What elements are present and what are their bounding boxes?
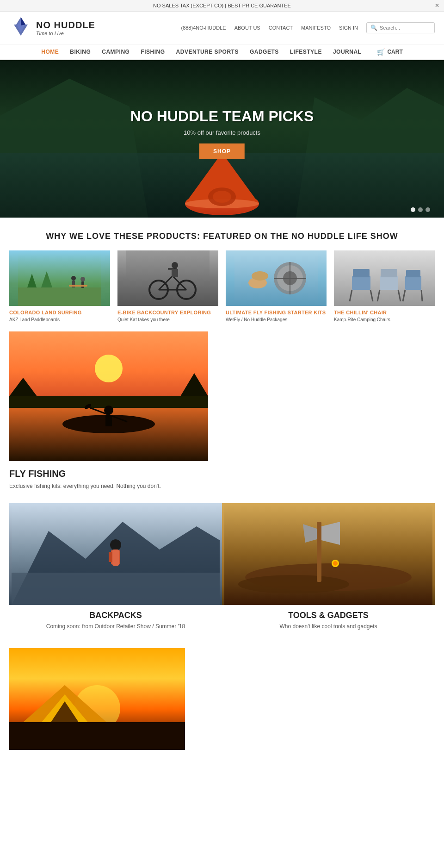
svg-point-29 bbox=[172, 262, 178, 269]
svg-point-18 bbox=[80, 277, 85, 281]
list-item[interactable]: THE CHILLIN' CHAIR Kamp-Rite Camping Cha… bbox=[334, 250, 435, 322]
featured-section: WHY WE LOVE THESE PRODUCTS: FEATURED ON … bbox=[0, 218, 444, 331]
nav-camping[interactable]: CAMPING bbox=[102, 49, 130, 55]
svg-rect-21 bbox=[126, 250, 210, 306]
svg-rect-49 bbox=[406, 270, 420, 277]
list-item[interactable]: COLORADO LAND SURFING AKZ Land Paddleboa… bbox=[9, 250, 110, 322]
list-item[interactable]: E-BIKE BACKCOUNTRY EXPLORING Quiet Kat t… bbox=[117, 250, 218, 322]
cart-button[interactable]: 🛒 CART bbox=[377, 48, 402, 56]
featured-image-ebike bbox=[117, 250, 218, 306]
contact-link[interactable]: CONTACT bbox=[269, 25, 293, 31]
svg-point-66 bbox=[110, 539, 121, 550]
item-title-ebike: E-BIKE BACKCOUNTRY EXPLORING bbox=[117, 310, 218, 315]
tent-image bbox=[9, 648, 185, 750]
tent-section[interactable] bbox=[0, 648, 444, 764]
featured-image-land-surfing bbox=[9, 250, 110, 306]
svg-rect-60 bbox=[105, 415, 112, 426]
tools-description: Who doesn't like cool tools and gadgets bbox=[222, 623, 435, 630]
tools-image bbox=[222, 503, 435, 605]
item-title-fly-fishing: ULTIMATE FLY FISHING STARTER KITS bbox=[226, 310, 327, 315]
backpacks-heading: BACKPACKS bbox=[9, 611, 222, 620]
nav-lifestyle[interactable]: LIFESTYLE bbox=[290, 49, 322, 55]
logo-icon bbox=[9, 16, 32, 39]
svg-rect-13 bbox=[18, 287, 101, 306]
dot-2[interactable] bbox=[418, 207, 423, 212]
logo-tagline: Time to Live bbox=[36, 31, 95, 36]
svg-rect-74 bbox=[317, 522, 321, 582]
hero-title: NO HUDDLE TEAM PICKS bbox=[130, 108, 314, 125]
fly-fishing-image[interactable] bbox=[9, 331, 208, 461]
about-link[interactable]: ABOUT US bbox=[234, 25, 260, 31]
svg-rect-20 bbox=[69, 285, 87, 287]
cart-label: CART bbox=[387, 49, 402, 55]
svg-rect-81 bbox=[9, 722, 185, 750]
item-subtitle-fly-fishing: WetFly / No Huddle Packages bbox=[226, 317, 327, 322]
svg-rect-30 bbox=[172, 269, 178, 277]
featured-heading: WHY WE LOVE THESE PRODUCTS: FEATURED ON … bbox=[9, 231, 435, 241]
fly-fishing-description: Exclusive fishing kits: everything you n… bbox=[9, 483, 161, 489]
dot-3[interactable] bbox=[426, 207, 430, 212]
hero-subtitle: 10% off our favorite products bbox=[130, 129, 314, 136]
two-col-section: BACKPACKS Coming soon: from Outdoor Reta… bbox=[0, 503, 444, 648]
utility-links: (888)4NO-HUDDLE ABOUT US CONTACT MANIFES… bbox=[181, 22, 435, 33]
announcement-bar: NO SALES TAX (EXCEPT CO) | BEST PRICE GU… bbox=[0, 0, 444, 12]
svg-point-78 bbox=[333, 561, 338, 566]
featured-image-fly-fishing bbox=[226, 250, 327, 306]
nav-adventure-sports[interactable]: ADVENTURE SPORTS bbox=[176, 49, 239, 55]
svg-point-38 bbox=[252, 271, 268, 281]
brand-name: NO HUDDLE bbox=[36, 20, 95, 31]
svg-point-16 bbox=[71, 276, 76, 281]
svg-rect-41 bbox=[353, 269, 370, 277]
list-item[interactable]: ULTIMATE FLY FISHING STARTER KITS WetFly… bbox=[226, 250, 327, 322]
search-input[interactable] bbox=[380, 25, 431, 31]
cart-icon: 🛒 bbox=[377, 48, 385, 56]
nav-home[interactable]: HOME bbox=[41, 49, 59, 55]
tools-gadgets-section[interactable]: TOOLS & GADGETS Who doesn't like cool to… bbox=[222, 503, 435, 634]
manifesto-link[interactable]: MANIFESTO bbox=[301, 25, 331, 31]
main-nav: HOME BIKING CAMPING FISHING ADVENTURE SP… bbox=[0, 44, 444, 60]
svg-rect-40 bbox=[352, 276, 370, 290]
svg-rect-45 bbox=[381, 269, 397, 277]
tools-heading: TOOLS & GADGETS bbox=[222, 611, 435, 620]
item-subtitle-land-surfing: AKZ Land Paddleboards bbox=[9, 317, 110, 322]
backpacks-section[interactable]: BACKPACKS Coming soon: from Outdoor Reta… bbox=[9, 503, 222, 634]
announcement-text: NO SALES TAX (EXCEPT CO) | BEST PRICE GU… bbox=[153, 3, 291, 8]
signin-link[interactable]: SIGN IN bbox=[339, 25, 358, 31]
svg-rect-44 bbox=[380, 276, 398, 290]
logo[interactable]: NO HUDDLE Time to Live bbox=[9, 16, 95, 39]
search-icon: 🔍 bbox=[370, 25, 377, 31]
nav-fishing[interactable]: FISHING bbox=[141, 49, 165, 55]
svg-point-53 bbox=[95, 355, 123, 382]
nav-gadgets[interactable]: GADGETS bbox=[250, 49, 279, 55]
slider-dots bbox=[411, 207, 430, 212]
hero-slider: NO HUDDLE TEAM PICKS 10% off our favorit… bbox=[0, 60, 444, 218]
fly-fishing-section: FLY FISHING Exclusive fishing kits: ever… bbox=[0, 331, 444, 503]
svg-rect-65 bbox=[12, 573, 220, 605]
hero-background: NO HUDDLE TEAM PICKS 10% off our favorit… bbox=[0, 60, 444, 218]
fly-fishing-text: FLY FISHING Exclusive fishing kits: ever… bbox=[9, 461, 161, 489]
backpacks-image bbox=[9, 503, 222, 605]
svg-rect-48 bbox=[405, 276, 421, 290]
close-icon[interactable]: ✕ bbox=[435, 2, 439, 9]
utility-nav: NO HUDDLE Time to Live (888)4NO-HUDDLE A… bbox=[0, 12, 444, 44]
search-box: 🔍 bbox=[366, 22, 435, 33]
shop-button[interactable]: SHOP bbox=[199, 144, 245, 159]
phone-link[interactable]: (888)4NO-HUDDLE bbox=[181, 25, 226, 31]
hero-content: NO HUDDLE TEAM PICKS 10% off our favorit… bbox=[130, 108, 314, 159]
featured-grid: COLORADO LAND SURFING AKZ Land Paddleboa… bbox=[9, 250, 435, 322]
item-title-land-surfing: COLORADO LAND SURFING bbox=[9, 310, 110, 315]
featured-image-chair bbox=[334, 250, 435, 306]
item-title-chair: THE CHILLIN' CHAIR bbox=[334, 310, 435, 315]
nav-journal[interactable]: JOURNAL bbox=[333, 49, 362, 55]
dot-1[interactable] bbox=[411, 207, 415, 212]
backpacks-description: Coming soon: from Outdoor Retailer Show … bbox=[9, 623, 222, 630]
svg-rect-68 bbox=[109, 552, 112, 562]
svg-point-11 bbox=[213, 191, 231, 203]
item-subtitle-chair: Kamp-Rite Camping Chairs bbox=[334, 317, 435, 322]
nav-biking[interactable]: BIKING bbox=[70, 49, 91, 55]
svg-rect-70 bbox=[112, 550, 119, 566]
fly-fishing-heading: FLY FISHING bbox=[9, 468, 161, 479]
svg-marker-2 bbox=[21, 17, 25, 25]
svg-point-73 bbox=[238, 575, 349, 593]
item-subtitle-ebike: Quiet Kat takes you there bbox=[117, 317, 218, 322]
